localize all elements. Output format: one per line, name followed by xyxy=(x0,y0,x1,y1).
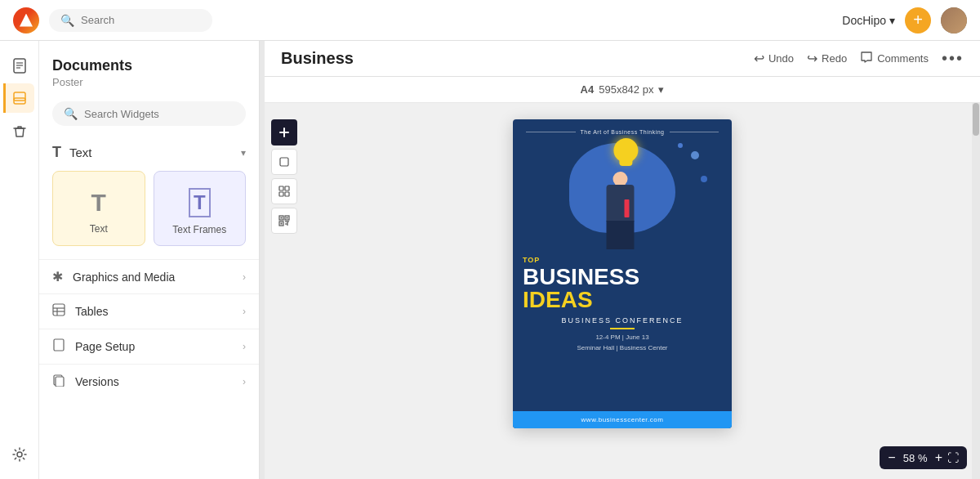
strip-icon-document[interactable] xyxy=(5,51,34,80)
dochipo-chevron-icon: ▾ xyxy=(889,14,895,27)
person-body xyxy=(607,185,635,222)
strip-icon-layers[interactable] xyxy=(3,83,34,113)
poster-divider xyxy=(610,328,635,329)
menu-item-graphics[interactable]: ✱ Graphics and Media › xyxy=(39,259,259,293)
widget-search-bar[interactable]: 🔍 xyxy=(52,101,246,126)
bubble-3 xyxy=(701,176,707,182)
graphics-label: Graphics and Media xyxy=(73,271,175,284)
avatar-image xyxy=(941,7,967,34)
global-search-bar[interactable]: 🔍 xyxy=(49,9,212,32)
menu-item-versions[interactable]: Versions › xyxy=(39,364,259,399)
widget-card-text[interactable]: T Text xyxy=(52,171,145,246)
text-section-icon: T xyxy=(52,144,61,161)
menu-item-page-setup-left: Page Setup xyxy=(52,338,135,355)
svg-rect-24 xyxy=(287,217,288,219)
strip-icon-trash[interactable] xyxy=(5,116,34,145)
undo-icon: ↩ xyxy=(754,51,764,66)
add-element-button[interactable] xyxy=(271,119,297,145)
dochipo-menu[interactable]: DocHipo ▾ xyxy=(842,14,895,27)
text-frames-widget-label: Text Frames xyxy=(172,224,226,235)
canvas-area[interactable]: The Art of Business Thinking xyxy=(265,103,980,479)
comments-label: Comments xyxy=(877,52,929,65)
undo-button[interactable]: ↩ Undo xyxy=(754,51,794,66)
svg-rect-16 xyxy=(280,158,288,166)
sidebar-resize-handle[interactable] xyxy=(260,41,265,479)
qr-tool-button[interactable] xyxy=(271,208,297,234)
app-logo[interactable] xyxy=(13,7,39,34)
scrollbar-thumb[interactable] xyxy=(973,103,979,136)
svg-rect-20 xyxy=(285,192,289,196)
zoom-expand-icon[interactable]: ⛶ xyxy=(947,451,959,464)
svg-rect-11 xyxy=(54,339,64,351)
toolbar-left: Business xyxy=(281,49,354,68)
poster-subtitle: Business Conference xyxy=(523,316,722,325)
tables-icon xyxy=(52,303,65,320)
text-frames-widget-icon: T xyxy=(189,188,211,217)
left-sidebar: Documents Poster 🔍 T Text ▾ T Text T Tex… xyxy=(39,41,260,479)
top-navbar: 🔍 DocHipo ▾ + xyxy=(0,0,980,41)
svg-rect-19 xyxy=(279,192,283,196)
icon-strip xyxy=(0,41,39,479)
text-section-chevron-icon: ▾ xyxy=(241,147,246,159)
svg-rect-4 xyxy=(14,92,25,101)
zoom-in-button[interactable]: + xyxy=(935,450,942,465)
resize-tool-button[interactable] xyxy=(271,149,297,175)
more-options-icon[interactable]: ••• xyxy=(942,49,964,68)
widget-search-input[interactable] xyxy=(84,108,234,120)
svg-rect-13 xyxy=(56,377,64,387)
bubble-2 xyxy=(678,143,683,148)
svg-point-6 xyxy=(17,452,22,457)
page-setup-icon xyxy=(52,338,65,355)
graphics-icon: ✱ xyxy=(52,269,63,284)
menu-item-page-setup[interactable]: Page Setup › xyxy=(39,329,259,364)
logo-icon xyxy=(20,14,33,27)
text-widget-label: Text xyxy=(90,223,108,235)
page-setup-chevron-icon: › xyxy=(243,341,246,352)
add-button[interactable]: + xyxy=(905,7,931,34)
redo-label: Redo xyxy=(822,52,847,65)
page-size-bar: A4 595x842 px ▾ xyxy=(265,77,980,103)
floating-tools xyxy=(271,119,297,234)
page-size-dropdown-icon[interactable]: ▾ xyxy=(658,83,664,96)
grid-tool-button[interactable] xyxy=(271,178,297,204)
versions-label: Versions xyxy=(75,375,119,388)
editor-area: Business ↩ Undo ↪ Redo Comments ••• xyxy=(265,41,980,479)
versions-chevron-icon: › xyxy=(243,376,246,387)
strip-icon-settings[interactable] xyxy=(5,440,34,469)
widget-search-icon: 🔍 xyxy=(64,107,78,120)
poster-right-line xyxy=(670,132,719,132)
sidebar-title: Documents xyxy=(52,57,246,74)
redo-button[interactable]: ↪ Redo xyxy=(807,51,847,66)
poster-canvas[interactable]: The Art of Business Thinking xyxy=(513,119,732,428)
comments-button[interactable]: Comments xyxy=(860,51,929,67)
poster-info-line1: 12-4 PM | June 13 xyxy=(523,333,722,343)
search-icon: 🔍 xyxy=(60,14,74,27)
text-section-header[interactable]: T Text ▾ xyxy=(39,136,259,168)
lightbulb xyxy=(608,138,644,174)
zoom-out-button[interactable]: − xyxy=(888,450,895,465)
text-section-left: T Text xyxy=(52,144,92,161)
poster-left-line xyxy=(526,132,576,132)
editor-toolbar: Business ↩ Undo ↪ Redo Comments ••• xyxy=(265,41,980,77)
nav-right: DocHipo ▾ + xyxy=(842,7,967,34)
vertical-scrollbar[interactable] xyxy=(972,103,980,479)
poster-tag: TOP xyxy=(523,256,722,264)
search-input[interactable] xyxy=(81,14,201,26)
text-widgets-grid: T Text T Text Frames xyxy=(39,168,259,259)
dochipo-label-text: DocHipo xyxy=(842,14,886,27)
redo-icon: ↪ xyxy=(807,51,817,66)
person-figure xyxy=(600,172,641,249)
poster-title-line1: BUSINESS xyxy=(523,266,722,289)
comments-icon xyxy=(860,51,873,67)
poster-top-text: The Art of Business Thinking xyxy=(581,129,665,135)
page-dimensions: 595x842 px xyxy=(599,83,653,96)
person-legs xyxy=(607,221,635,249)
svg-rect-22 xyxy=(281,217,283,219)
undo-label: Undo xyxy=(768,52,794,65)
avatar[interactable] xyxy=(941,7,967,34)
menu-item-tables-left: Tables xyxy=(52,303,108,320)
menu-item-tables[interactable]: Tables › xyxy=(39,293,259,329)
tables-label: Tables xyxy=(75,305,108,318)
widget-card-text-frames[interactable]: T Text Frames xyxy=(154,171,247,246)
poster-info-line2: Seminar Hall | Business Center xyxy=(523,343,722,354)
